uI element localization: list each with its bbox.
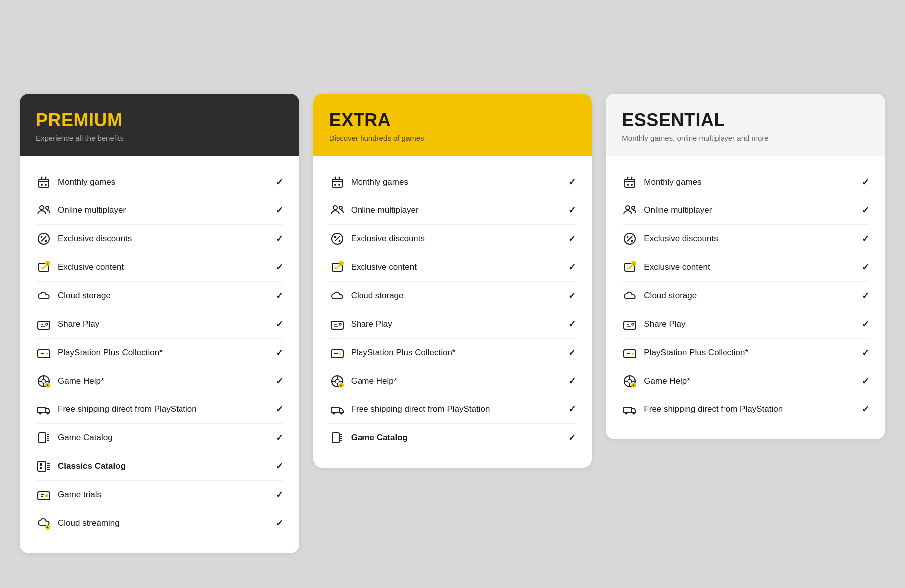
feature-row: PlayStation Plus Collection*✓ — [622, 339, 869, 367]
feature-checkmark: ✓ — [276, 290, 283, 301]
feature-row: Online multiplayer✓ — [36, 196, 283, 225]
exclusive-content-icon: + — [622, 259, 638, 275]
feature-label: Monthly games — [644, 177, 701, 187]
svg-point-6 — [45, 184, 47, 186]
game-help-icon: + — [329, 373, 345, 389]
feature-row: Classics Catalog✓ — [36, 452, 283, 481]
share-play-icon — [36, 316, 52, 332]
feature-row: Monthly games✓ — [36, 168, 283, 196]
feature-left: Cloud storage — [36, 288, 111, 304]
svg-point-17 — [46, 323, 48, 325]
svg-rect-76 — [331, 407, 339, 413]
svg-text:+: + — [633, 384, 635, 387]
plan-header-essential: ESSENTIALMonthly games, online multiplay… — [606, 94, 885, 156]
feature-row: +Game Help*✓ — [329, 367, 576, 395]
feature-checkmark: ✓ — [276, 177, 283, 188]
plan-tagline-extra: Discover hundreds of games — [329, 134, 576, 142]
feature-label: Game Help* — [351, 376, 397, 386]
feature-row: +Game trials✓ — [36, 481, 283, 509]
feature-label: Online multiplayer — [351, 205, 419, 215]
feature-left: Online multiplayer — [329, 202, 419, 218]
feature-left: Monthly games — [622, 174, 701, 190]
svg-point-89 — [627, 184, 629, 186]
feature-label: Online multiplayer — [644, 205, 712, 215]
svg-rect-28 — [38, 407, 46, 413]
feature-checkmark: ✓ — [862, 290, 869, 301]
svg-rect-64 — [331, 321, 343, 329]
svg-text:+: + — [632, 262, 634, 266]
ps-collection-icon — [329, 345, 345, 361]
feature-checkmark: ✓ — [862, 347, 869, 358]
feature-left: Free shipping direct from PlayStation — [622, 401, 783, 417]
feature-checkmark: ✓ — [862, 205, 869, 216]
svg-rect-0 — [39, 179, 49, 187]
feature-checkmark: ✓ — [568, 233, 576, 244]
feature-label: Cloud storage — [644, 291, 697, 301]
feature-label: Free shipping direct from PlayStation — [351, 404, 490, 414]
feature-checkmark: ✓ — [568, 290, 576, 301]
feature-left: PlayStation Plus Collection* — [36, 345, 163, 361]
cloud-storage-icon — [36, 288, 52, 304]
feature-row: +Cloud streaming✓ — [36, 509, 283, 537]
feature-checkmark: ✓ — [862, 319, 869, 330]
feature-row: Exclusive discounts✓ — [36, 225, 283, 253]
feature-checkmark: ✓ — [862, 177, 869, 188]
feature-left: Share Play — [622, 316, 685, 332]
svg-point-8 — [46, 206, 49, 209]
svg-point-30 — [47, 412, 49, 415]
svg-point-113 — [625, 412, 628, 415]
svg-text:+: + — [47, 384, 49, 387]
svg-point-12 — [45, 240, 47, 242]
feature-row: Free shipping direct from PlayStation✓ — [622, 395, 869, 423]
feature-label: Share Play — [351, 319, 392, 329]
feature-label: Exclusive content — [351, 262, 417, 272]
svg-point-5 — [41, 184, 43, 186]
feature-row: Exclusive discounts✓ — [622, 225, 869, 253]
svg-rect-16 — [38, 321, 50, 329]
feature-checkmark: ✓ — [276, 262, 283, 273]
svg-rect-79 — [332, 433, 339, 443]
free-shipping-icon — [329, 401, 345, 417]
feature-left: Free shipping direct from PlayStation — [36, 401, 197, 417]
svg-text:+: + — [46, 262, 48, 266]
feature-checkmark: ✓ — [862, 233, 869, 244]
feature-row: Cloud storage✓ — [329, 282, 576, 310]
svg-text:+: + — [340, 384, 342, 387]
feature-checkmark: ✓ — [276, 347, 283, 358]
feature-left: +Game trials — [36, 487, 101, 503]
feature-checkmark: ✓ — [568, 432, 576, 443]
svg-point-60 — [338, 240, 340, 242]
monthly-games-icon — [622, 174, 638, 190]
plans-container: PREMIUMExperience all the benefitsMonthl… — [20, 94, 885, 553]
feature-left: +Exclusive content — [622, 259, 710, 275]
feature-checkmark: ✓ — [568, 404, 576, 415]
svg-rect-38 — [40, 467, 42, 469]
svg-rect-36 — [38, 461, 46, 471]
feature-checkmark: ✓ — [276, 205, 283, 216]
feature-label: PlayStation Plus Collection* — [644, 348, 748, 358]
svg-point-105 — [628, 379, 632, 383]
game-trials-icon: + — [36, 487, 52, 503]
feature-row: Online multiplayer✓ — [329, 196, 576, 225]
feature-label: Exclusive discounts — [644, 234, 718, 244]
feature-checkmark: ✓ — [276, 404, 283, 415]
feature-left: PlayStation Plus Collection* — [622, 345, 748, 361]
feature-row: Monthly games✓ — [622, 168, 869, 196]
feature-row: Game Catalog✓ — [329, 424, 576, 452]
plan-features-extra: Monthly games✓Online multiplayer✓Exclusi… — [313, 156, 592, 468]
svg-point-67 — [339, 353, 341, 355]
svg-point-101 — [632, 323, 634, 325]
feature-left: Game Catalog — [329, 430, 408, 446]
svg-point-77 — [332, 412, 335, 415]
cloud-storage-icon — [622, 288, 638, 304]
svg-rect-112 — [624, 407, 632, 413]
feature-label: Game trials — [58, 490, 101, 500]
feature-left: +Cloud streaming — [36, 515, 120, 531]
feature-left: Share Play — [36, 316, 99, 332]
free-shipping-icon — [622, 401, 638, 417]
feature-label: Monthly games — [58, 177, 115, 187]
plan-header-premium: PREMIUMExperience all the benefits — [20, 94, 299, 156]
monthly-games-icon — [329, 174, 345, 190]
feature-left: Cloud storage — [622, 288, 697, 304]
plan-name-premium: PREMIUM — [36, 110, 283, 131]
